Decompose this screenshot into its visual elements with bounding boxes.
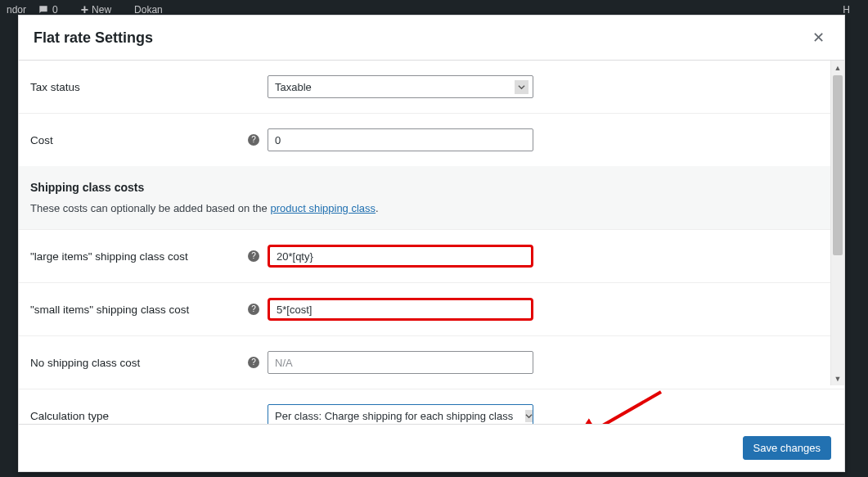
cost-input[interactable]: 0 [268,128,533,151]
cost-label: Cost ? [30,134,268,146]
chevron-down-icon [515,80,528,94]
large-items-row: "large items" shipping class cost ? 20*[… [19,229,844,282]
chevron-down-icon [525,410,533,422]
modal-header: Flat rate Settings ✕ [19,16,844,61]
tax-status-label: Tax status [30,81,268,93]
adminbar-dokan[interactable]: Dokan [134,4,163,16]
adminbar-comments[interactable]: 0 [38,4,70,16]
save-changes-button[interactable]: Save changes [743,436,831,460]
modal-body: Tax status Taxable Cost ? [19,61,844,424]
scrollbar[interactable]: ▲ ▼ [830,61,844,385]
help-icon[interactable]: ? [248,304,259,315]
calculation-type-label: Calculation type [30,410,268,422]
shipping-class-heading: Shipping class costs [19,166,844,199]
scroll-up-icon[interactable]: ▲ [831,61,844,74]
tax-status-row: Tax status Taxable [19,61,844,113]
help-icon[interactable]: ? [248,357,259,368]
calculation-type-row: Calculation type Per class: Charge shipp… [19,389,844,424]
no-class-label: No shipping class cost ? [30,357,268,369]
calculation-type-select[interactable]: Per class: Charge shipping for each ship… [268,404,533,424]
small-items-input[interactable]: 5*[cost] [268,298,533,321]
tax-status-select[interactable]: Taxable [268,75,533,98]
shipping-class-subtext: These costs can optionally be added base… [19,199,844,229]
cost-row: Cost ? 0 [19,113,844,166]
close-button[interactable]: ✕ [807,27,830,48]
small-items-label: "small items" shipping class cost ? [30,304,268,316]
help-icon[interactable]: ? [248,250,259,262]
comment-icon [38,4,49,16]
adminbar-right[interactable]: H [843,4,850,16]
scroll-thumb[interactable] [833,75,843,255]
no-class-input[interactable]: N/A [268,351,533,374]
product-shipping-class-link[interactable]: product shipping class [270,202,376,214]
adminbar-item[interactable]: ndor [7,4,26,16]
flat-rate-settings-modal: Flat rate Settings ✕ Tax status Taxable [18,15,845,472]
modal-footer: Save changes [19,424,844,471]
large-items-input[interactable]: 20*[qty} [268,245,533,268]
modal-title: Flat rate Settings [34,29,153,47]
help-icon[interactable]: ? [248,134,259,146]
no-class-row: No shipping class cost ? N/A [19,335,844,389]
scroll-down-icon[interactable]: ▼ [831,371,844,385]
small-items-row: "small items" shipping class cost ? 5*[c… [19,282,844,335]
large-items-label: "large items" shipping class cost ? [30,250,268,263]
